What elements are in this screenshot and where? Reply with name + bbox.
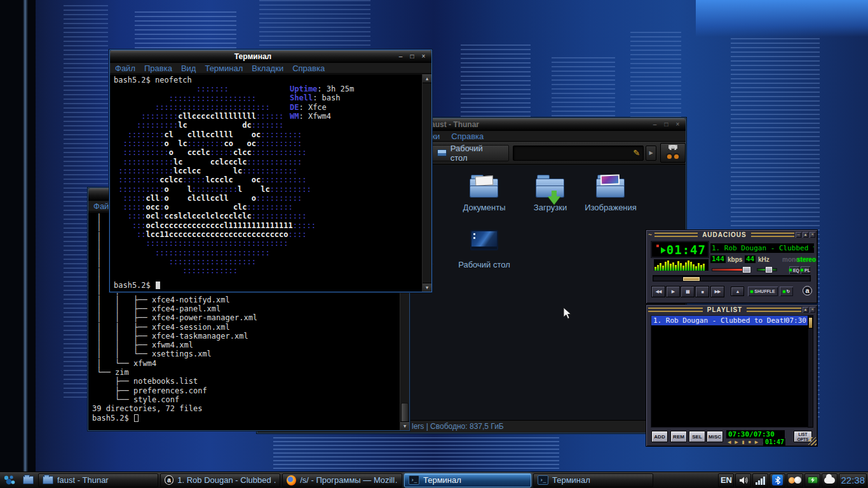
taskbar-button-audacious[interactable]: a 1. Rob Dougan - Clubbed … xyxy=(160,473,280,487)
taskbar-button-terminal-2[interactable]: ›_ Терминал xyxy=(533,473,653,487)
mini-elapsed-time: 01:47 xyxy=(763,438,785,446)
next-button[interactable]: ▶▶ xyxy=(710,286,724,297)
volume-slider-thumb[interactable] xyxy=(742,266,751,273)
playlist-time-display: 07:30/07:30 xyxy=(726,430,785,438)
applications-menu-button[interactable] xyxy=(1,473,18,487)
track-title-marquee[interactable]: 1. Rob Dougan - Clubbed to xyxy=(710,243,814,253)
terminal1-scrollbar[interactable]: ▲ ▼ xyxy=(422,74,431,292)
seek-bar[interactable] xyxy=(653,275,811,281)
downloads-folder-icon xyxy=(535,173,566,200)
repeat-led xyxy=(783,290,785,293)
taskbar-button-thunar[interactable]: faust - Thunar xyxy=(38,473,158,487)
minimize-button[interactable]: – xyxy=(396,52,405,61)
clock[interactable]: 22:38 xyxy=(839,473,867,487)
stop-button[interactable]: ■ xyxy=(695,286,709,297)
redshift-tray-button[interactable] xyxy=(787,473,803,487)
neofetch-info: Uptime: 3h 25m Shell: bash DE: Xfce WM: … xyxy=(290,85,354,121)
volume-tray-button[interactable] xyxy=(735,473,751,487)
scroll-down-icon[interactable]: ▼ xyxy=(400,421,409,430)
list-options-button[interactable]: LIST OPTS xyxy=(794,431,812,442)
seek-thumb[interactable] xyxy=(682,276,700,281)
close-button[interactable]: × xyxy=(810,232,815,238)
menu-item-edit[interactable]: Правка xyxy=(144,64,172,73)
search-button[interactable] xyxy=(660,143,686,163)
file-manager-launcher[interactable] xyxy=(20,473,36,487)
shade-button[interactable]: ▴ xyxy=(803,232,808,238)
maximize-button[interactable]: □ xyxy=(407,52,417,61)
playlist-entries[interactable]: 1. Rob Dougan - Clubbed to Death … 07:30 xyxy=(651,315,809,428)
network-signal-button[interactable] xyxy=(752,473,768,487)
shuffle-button[interactable]: SHUFFLE xyxy=(748,287,778,296)
text-cursor xyxy=(156,281,160,289)
pause-indicator-icon xyxy=(656,245,659,247)
battery-tray-button[interactable] xyxy=(804,473,820,487)
terminal1-window[interactable]: Терминал – □ × Файл Правка Вид Терминал … xyxy=(109,50,432,292)
terminal1-output[interactable]: bash5.2$ neofetch ::::::: ::::::::::::::… xyxy=(110,74,431,292)
balance-slider-thumb[interactable] xyxy=(765,266,773,273)
shell-prompt: bash5.2$ xyxy=(114,281,160,290)
keyboard-layout-indicator[interactable]: EN xyxy=(718,473,734,487)
taskbar-button-firefox[interactable]: /s/ - Программы — Mozill… xyxy=(282,473,402,487)
playlist-toggle-button[interactable]: PL xyxy=(801,266,810,274)
playlist-titlebar[interactable]: PLAYLIST ▴ × xyxy=(646,305,817,314)
shade-button[interactable]: ▴ xyxy=(803,307,808,313)
menu-item-file[interactable]: Файл xyxy=(115,64,135,73)
play-button[interactable]: ▶ xyxy=(666,286,680,297)
audacious-main-window[interactable]: ~ AUDACIOUS – ▴ × 01:47 1. Rob Dougan - … xyxy=(646,229,818,304)
minimize-button[interactable]: – xyxy=(796,232,801,238)
menu-item-terminal[interactable]: Терминал xyxy=(205,64,243,73)
folder-item-documents[interactable]: Документы xyxy=(454,173,515,212)
playlist-controls: ADD REM SEL MiSC 07:30/07:30 ◀ ▶ ▮ ■ ▶ ▲… xyxy=(646,426,817,446)
location-dropdown-button[interactable]: ▶ xyxy=(646,146,656,161)
playlist-scroll-thumb[interactable] xyxy=(808,317,813,329)
titlebar-lines xyxy=(747,308,801,312)
weather-tray-button[interactable] xyxy=(822,473,837,487)
spectrum-visualizer[interactable] xyxy=(654,259,709,271)
mini-transport-icons[interactable]: ◀ ▶ ▮ ■ ▶ ▲ xyxy=(728,440,768,445)
path-button-desktop[interactable]: Рабочий стол xyxy=(430,145,510,161)
time-display-panel[interactable]: 01:47 xyxy=(651,241,709,258)
select-button[interactable]: SEL xyxy=(689,431,705,442)
previous-button[interactable]: ◀◀ xyxy=(651,286,665,297)
close-button[interactable]: × xyxy=(673,120,682,129)
equalizer-button[interactable]: EQ xyxy=(789,266,799,274)
scroll-up-icon[interactable]: ▲ xyxy=(423,74,431,83)
repeat-button[interactable]: ↻ xyxy=(780,287,793,296)
entry-duration: 07:30 xyxy=(785,316,806,325)
audacious-icon: a xyxy=(165,475,173,485)
bluetooth-tray-button[interactable] xyxy=(770,473,785,487)
battery-charging-icon xyxy=(808,477,818,484)
menu-item-view[interactable]: Вид xyxy=(181,64,196,73)
close-button[interactable]: × xyxy=(419,52,428,61)
playlist-scrollbar[interactable] xyxy=(808,315,813,428)
menu-item-help[interactable]: Справка xyxy=(292,64,325,73)
folder-item-images[interactable]: Изображения xyxy=(580,173,641,212)
misc-button[interactable]: MiSC xyxy=(707,431,723,442)
taskbar: faust - Thunar a 1. Rob Dougan - Clubbed… xyxy=(0,471,868,488)
folder-icon xyxy=(23,476,34,484)
system-tray: EN xyxy=(718,473,867,487)
edit-pencil-icon[interactable]: ✎ xyxy=(633,148,640,158)
eq-led xyxy=(789,269,792,271)
playlist-entry-selected[interactable]: 1. Rob Dougan - Clubbed to Death … 07:30 xyxy=(651,316,808,325)
pause-button[interactable]: ▮▮ xyxy=(681,286,695,297)
menu-item-tabs[interactable]: Вкладки xyxy=(252,64,283,73)
location-bar[interactable]: ✎ xyxy=(513,146,644,161)
remove-button[interactable]: REM xyxy=(670,431,687,442)
folder-item-desktop[interactable]: Рабочий стол xyxy=(454,227,515,269)
taskbar-button-terminal-active[interactable]: ›_ Терминал xyxy=(404,473,531,487)
folder-item-downloads[interactable]: Загрузки xyxy=(520,173,581,212)
titlebar-lines xyxy=(648,308,703,312)
command-line: bash5.2$ neofetch xyxy=(114,76,420,85)
minimize-button[interactable]: – xyxy=(650,120,660,129)
menu-item-help[interactable]: Справка xyxy=(451,132,484,141)
playlist-window[interactable]: PLAYLIST ▴ × 1. Rob Dougan - Clubbed to … xyxy=(646,304,818,447)
close-button[interactable]: × xyxy=(810,307,815,313)
volume-slider[interactable] xyxy=(712,268,743,271)
terminal1-titlebar[interactable]: Терминал – □ × xyxy=(110,50,431,63)
eject-button[interactable]: ▲ xyxy=(731,287,744,296)
audacious-titlebar[interactable]: ~ AUDACIOUS – ▴ × xyxy=(646,230,817,239)
add-button[interactable]: ADD xyxy=(651,431,668,442)
maximize-button[interactable]: □ xyxy=(661,120,671,129)
scroll-down-icon[interactable]: ▼ xyxy=(423,283,431,292)
